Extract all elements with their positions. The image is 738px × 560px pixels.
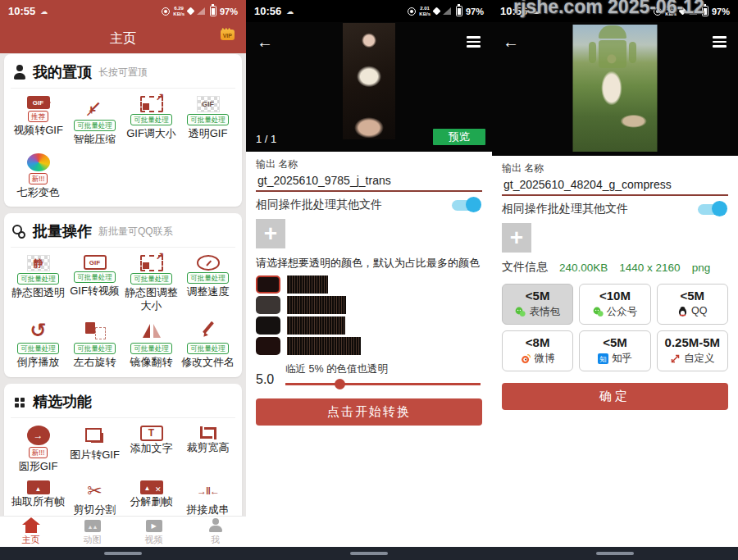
output-name-label: 输出 名称 [256, 157, 482, 171]
back-arrow-icon[interactable]: ← [257, 34, 273, 50]
output-name-label: 输出 名称 [502, 162, 728, 175]
hamburger-menu-icon[interactable] [713, 36, 727, 50]
clock: 10:55 [8, 5, 35, 17]
platform-name: 自定义 [684, 352, 715, 366]
size-option-3[interactable]: <8M微博 [502, 330, 573, 371]
add-files-button[interactable]: + [256, 219, 285, 248]
vip-badge[interactable]: VIP [221, 30, 235, 40]
gif-video-icon [27, 96, 50, 109]
color-row[interactable] [256, 275, 482, 294]
color-row[interactable] [256, 296, 482, 314]
home-icon [22, 517, 40, 533]
gallery-icon [84, 517, 102, 533]
feature-item[interactable]: 分解删帧 [124, 480, 179, 516]
badge: 新!!! [29, 447, 48, 458]
size-option-2[interactable]: <5MQQ [657, 284, 728, 325]
feature-grid: 新!!!圆形GIF图片转GIF添加文字裁剪宽高抽取所有帧剪切分割分解删帧拼接成串… [11, 426, 235, 516]
confirm-button[interactable]: 确定 [502, 383, 728, 410]
feature-item[interactable]: 可批量处理左右旋转 [67, 319, 122, 369]
feature-grid: 可批量处理静态图透明可批量处理GIF转视频可批量处理静态图调整大小可批量处理调整… [11, 255, 235, 369]
network-speed: 6.29KB/s [173, 6, 184, 17]
slider-thumb[interactable] [335, 379, 345, 389]
badge: 可批量处理 [187, 272, 229, 284]
tab-gallery[interactable]: 动图 [61, 517, 123, 547]
gesture-bar [492, 547, 738, 560]
color-swatch[interactable] [256, 337, 280, 355]
transparent-form: 输出 名称 gt_2025610_9785_j_trans 相同操作批处理其他文… [246, 152, 492, 426]
size-option-0[interactable]: <5M表情包 [502, 284, 573, 325]
preview-area: ← 1 / 1 预览 [246, 22, 492, 152]
size-option-5[interactable]: 0.25M-5M自定义 [657, 330, 728, 371]
tolerance-row: 5.0 临近 5% 的色值也透明 [256, 362, 482, 387]
tolerance-value: 5.0 [256, 362, 285, 387]
feature-item[interactable]: 添加文字 [124, 426, 179, 473]
color-row-list [256, 275, 482, 355]
tab-video[interactable]: 视频 [123, 517, 184, 547]
add-files-button[interactable]: + [502, 223, 531, 253]
feature-item[interactable]: 可批量处理GIF调大小 [124, 96, 179, 146]
feature-item[interactable]: 可批量处理修改文件名 [180, 319, 235, 369]
gesture-pill[interactable] [104, 552, 142, 555]
feature-item[interactable]: 可批量处理静态图调整大小 [124, 255, 179, 312]
platform-row: 知知乎 [580, 352, 649, 366]
feature-item[interactable]: 图片转GIF [67, 426, 122, 473]
feature-item[interactable]: 可批量处理智能压缩 [67, 96, 122, 146]
feature-item[interactable]: 可批量处理镜像翻转 [124, 319, 179, 369]
output-name-input[interactable]: gt_2025610_48204_g_compress [502, 175, 728, 196]
feature-label: 智能压缩 [74, 133, 116, 146]
feature-item[interactable]: 可批量处理透明GIF [180, 96, 235, 146]
feature-label: 圆形GIF [19, 460, 58, 473]
feature-item[interactable]: 拼接成串 [180, 480, 235, 516]
tab-home[interactable]: 主页 [0, 517, 61, 547]
batch-toggle[interactable] [452, 200, 479, 211]
gesture-pill[interactable] [350, 552, 388, 555]
feature-item[interactable]: 可批量处理倒序播放 [11, 319, 66, 369]
batch-toggle[interactable] [698, 204, 725, 215]
feature-item[interactable]: 可批量处理调整速度 [180, 255, 235, 312]
section-header: 批量操作 新批量可QQ联系 [11, 220, 235, 248]
data-saver-icon [408, 7, 416, 16]
crop-icon [197, 426, 220, 440]
badge: 可批量处理 [130, 114, 172, 125]
feature-item[interactable]: 新!!!圆形GIF [11, 426, 66, 473]
size-limit-label: <5M [503, 289, 572, 303]
size-option-grid: <5M表情包<10M公众号<5MQQ<8M微博<5M知知乎0.25M-5M自定义 [502, 284, 728, 371]
tolerance-slider[interactable] [285, 383, 481, 385]
color-swatch[interactable] [256, 275, 280, 294]
size-limit-label: <8M [503, 335, 572, 349]
color-frequency-bar [287, 296, 346, 314]
feature-item[interactable]: 推荐视频转GIF [11, 96, 66, 146]
feature-label: 倒序播放 [17, 356, 60, 369]
file-dimensions: 1440 x 2160 [619, 262, 680, 274]
feature-item[interactable]: 抽取所有帧 [11, 480, 66, 516]
color-row[interactable] [256, 337, 482, 355]
feature-item[interactable]: 可批量处理GIF转视频 [67, 255, 122, 312]
color-row[interactable] [256, 316, 482, 335]
color-swatch[interactable] [256, 296, 280, 314]
hamburger-menu-icon[interactable] [467, 36, 481, 50]
pinned-section-card: 我的置顶 长按可置顶 推荐视频转GIF可批量处理智能压缩可批量处理GIF调大小可… [4, 54, 242, 207]
tab-person[interactable]: 我 [184, 517, 246, 547]
start-convert-button[interactable]: 点击开始转换 [256, 398, 482, 426]
feature-item[interactable]: 新!!!七彩变色 [11, 153, 66, 199]
output-name-input[interactable]: gt_2025610_9785_j_trans [256, 171, 482, 192]
section-header: 我的置顶 长按可置顶 [11, 61, 235, 89]
gesture-bar [0, 547, 246, 560]
feature-item[interactable]: 裁剪宽高 [180, 426, 235, 473]
source-image-thumbnail [343, 23, 395, 139]
gesture-bar [246, 547, 492, 560]
feature-label: GIF调大小 [126, 127, 176, 140]
gesture-pill[interactable] [596, 552, 634, 555]
person-icon [207, 517, 225, 533]
color-swatch[interactable] [256, 316, 280, 335]
size-option-4[interactable]: <5M知知乎 [579, 330, 650, 371]
site-watermark: rjshe.com 2025-06-12 [513, 0, 704, 18]
feature-item[interactable]: 可批量处理静态图透明 [11, 255, 66, 312]
compress-tool-screen: 10:56 ☁ 1.11KB/s 97% ← rjshe.com 2025-06… [492, 0, 738, 560]
badge: 可批量处理 [17, 273, 59, 285]
preview-button[interactable]: 预览 [433, 129, 485, 145]
back-arrow-icon[interactable]: ← [503, 34, 519, 50]
platform-row: 表情包 [503, 305, 572, 319]
size-option-1[interactable]: <10M公众号 [579, 284, 650, 325]
feature-item[interactable]: 剪切分割 [67, 480, 122, 516]
